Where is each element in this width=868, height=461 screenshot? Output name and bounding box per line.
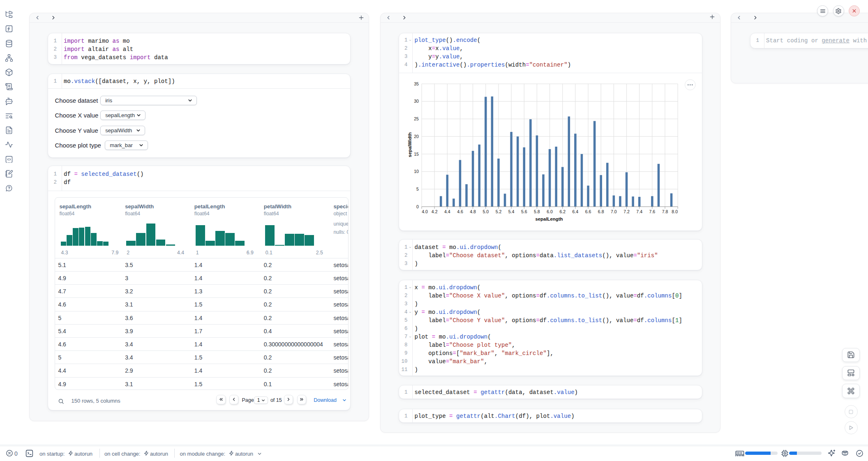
svg-text:5.0: 5.0 [482, 209, 489, 214]
svg-text:6.0: 6.0 [547, 209, 553, 214]
svg-text:4.0: 4.0 [422, 209, 428, 214]
svg-text:7.4: 7.4 [636, 209, 642, 214]
svg-text:5.8: 5.8 [534, 209, 540, 214]
svg-text:5.2: 5.2 [495, 209, 501, 214]
svg-text:4.6: 4.6 [457, 209, 463, 214]
svg-text:20: 20 [414, 134, 419, 138]
svg-text:25: 25 [414, 116, 419, 121]
svg-text:6.4: 6.4 [572, 209, 578, 214]
svg-text:7.6: 7.6 [649, 209, 655, 214]
svg-text:7.2: 7.2 [623, 209, 630, 214]
svg-text:4.2: 4.2 [431, 209, 437, 214]
svg-text:7.8: 7.8 [662, 209, 668, 214]
svg-text:10: 10 [414, 169, 419, 174]
svg-text:sepalWidth: sepalWidth [407, 132, 412, 157]
svg-text:15: 15 [414, 151, 419, 156]
svg-text:sepalLength: sepalLength [535, 217, 563, 221]
svg-text:5.4: 5.4 [508, 209, 514, 214]
svg-text:6.6: 6.6 [585, 209, 591, 214]
svg-text:35: 35 [414, 81, 419, 86]
svg-text:4.4: 4.4 [444, 209, 450, 214]
svg-text:5.6: 5.6 [521, 209, 527, 214]
svg-text:6.2: 6.2 [559, 209, 566, 214]
svg-text:30: 30 [414, 99, 419, 104]
svg-text:7.0: 7.0 [611, 209, 617, 214]
svg-text:5: 5 [416, 186, 419, 191]
svg-text:4.8: 4.8 [470, 209, 476, 214]
svg-text:8.0: 8.0 [672, 209, 678, 214]
svg-text:0: 0 [416, 204, 419, 209]
svg-text:6.8: 6.8 [598, 209, 604, 214]
